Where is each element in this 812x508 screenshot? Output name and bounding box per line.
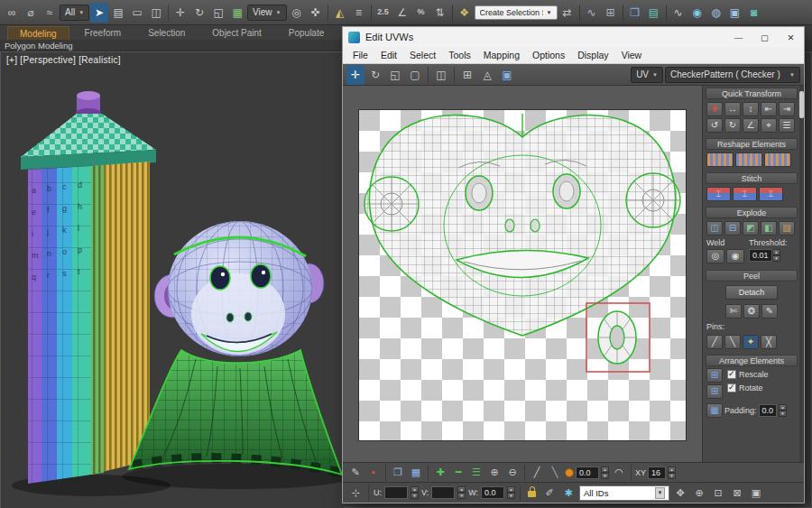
titlebar[interactable]: Edit UVWs — ▢ ✕ bbox=[343, 27, 804, 47]
menu-options[interactable]: Options bbox=[526, 50, 571, 60]
zoom-region-icon[interactable]: ⊡ bbox=[710, 485, 726, 501]
track-view-icon[interactable]: ∿ bbox=[583, 3, 601, 23]
padding-field[interactable]: 0.0 bbox=[759, 404, 778, 417]
zoom-selected-icon[interactable]: ▣ bbox=[748, 485, 764, 501]
freeform-gizmo-icon[interactable]: ▢ bbox=[406, 65, 424, 85]
rotate-90-ccw-icon[interactable]: ❐ bbox=[390, 465, 406, 481]
freeze-icon[interactable]: ✱ bbox=[560, 485, 577, 501]
move-tool-icon[interactable]: ✛ bbox=[346, 65, 364, 85]
v-spinner[interactable] bbox=[457, 486, 466, 499]
rescale-checkbox-row[interactable]: Rescale bbox=[727, 368, 769, 380]
schematic-view-icon[interactable]: ⊞ bbox=[602, 3, 620, 23]
paint-brush-size-icon[interactable]: ╲ bbox=[547, 465, 563, 481]
axis-xy-toggle[interactable]: XY bbox=[635, 468, 646, 477]
selection-filter-dropdown[interactable]: All bbox=[60, 5, 89, 21]
falloff-field[interactable]: 0.0 bbox=[576, 466, 599, 479]
flatten-by-material-icon[interactable]: ▨ bbox=[779, 221, 795, 236]
brush-falloff-curve-icon[interactable]: ◠ bbox=[611, 465, 627, 481]
viewport-label[interactable]: [+] [Perspective] [Realistic] bbox=[6, 55, 121, 65]
quick-peel-icon[interactable]: ✄ bbox=[725, 304, 742, 319]
rotate-checkbox[interactable] bbox=[727, 383, 736, 393]
distribute-icon[interactable]: ☰ bbox=[779, 118, 795, 133]
rotate-90-cw-icon[interactable]: ▦ bbox=[408, 465, 424, 481]
layer-explorer-icon[interactable]: ❐ bbox=[626, 3, 644, 23]
pin-tool-icon[interactable]: ╱ bbox=[706, 335, 723, 349]
lock-selection-icon[interactable] bbox=[528, 491, 536, 497]
ribbon-tab-object-paint[interactable]: Object Paint bbox=[200, 26, 272, 40]
weld-selected-icon[interactable]: ◎ bbox=[706, 249, 724, 263]
select-and-rotate-icon[interactable]: ↻ bbox=[190, 3, 208, 23]
uv-canvas[interactable] bbox=[359, 110, 686, 440]
render-setup-icon[interactable]: ◍ bbox=[707, 3, 725, 23]
falloff-type-icon[interactable]: ☰ bbox=[468, 465, 484, 481]
toggle-ribbon-icon[interactable]: ▤ bbox=[645, 3, 663, 23]
reference-coordinate-dropdown[interactable]: View bbox=[247, 5, 286, 21]
menu-view[interactable]: View bbox=[615, 50, 649, 60]
peel-mode-icon[interactable]: ❂ bbox=[743, 304, 760, 319]
pack-together-icon[interactable]: ⊞ bbox=[706, 384, 723, 399]
panel-scrollbar[interactable] bbox=[799, 86, 804, 462]
stitch-to-source-icon[interactable]: ⌶ bbox=[759, 187, 783, 201]
rescale-checkbox[interactable] bbox=[727, 370, 736, 379]
move-horizontal-icon[interactable]: ✚ bbox=[706, 102, 723, 116]
relax-tool-icon[interactable] bbox=[706, 152, 734, 167]
u-field[interactable] bbox=[384, 486, 408, 499]
falloff-spinner[interactable] bbox=[601, 466, 609, 479]
rendered-frame-icon[interactable]: ▣ bbox=[726, 3, 744, 23]
rotate-tool-icon[interactable]: ↻ bbox=[366, 65, 384, 85]
threshold-spinner[interactable] bbox=[772, 249, 780, 262]
stitch-to-target-icon[interactable]: ⌶ bbox=[733, 187, 757, 201]
align-horizontal-icon[interactable]: ↔ bbox=[724, 102, 741, 116]
u-spinner[interactable] bbox=[411, 486, 419, 499]
align-vertical-icon[interactable]: ↕ bbox=[743, 102, 759, 116]
minimize-button[interactable]: — bbox=[725, 28, 752, 47]
paint-soft-selection-icon[interactable]: ╱ bbox=[529, 465, 545, 481]
pin-moved-vertices-icon[interactable]: ✦ bbox=[743, 335, 759, 349]
detach-edge-verts-icon[interactable]: ⊟ bbox=[724, 221, 741, 236]
edit-named-selection-sets-icon[interactable]: ❖ bbox=[456, 3, 474, 23]
mirror-icon[interactable]: ◭ bbox=[331, 3, 349, 23]
menu-mapping[interactable]: Mapping bbox=[477, 50, 526, 60]
select-and-move-icon[interactable]: ✛ bbox=[171, 3, 189, 23]
grid-size-spinner[interactable] bbox=[668, 466, 676, 479]
soft-selection-icon[interactable]: ✚ bbox=[432, 465, 448, 481]
rotate-cw-icon[interactable]: ↻ bbox=[724, 118, 741, 133]
menu-tools[interactable]: Tools bbox=[442, 50, 477, 60]
explode-header[interactable]: Explode bbox=[706, 207, 798, 218]
edit-vertex-color-icon[interactable]: ✎ bbox=[347, 465, 364, 481]
align-icon[interactable]: ≡ bbox=[350, 3, 368, 23]
ribbon-tab-modeling[interactable]: Modeling bbox=[7, 26, 69, 40]
shrink-selection-icon[interactable]: ⊖ bbox=[504, 465, 521, 481]
grid-size-field[interactable]: 16 bbox=[648, 466, 666, 479]
uv-channel-dropdown[interactable]: UV bbox=[631, 67, 663, 83]
spinner-snap-icon[interactable]: ⇅ bbox=[431, 3, 449, 23]
pack-normalize-icon[interactable]: ⊞ bbox=[706, 368, 723, 383]
pack-full-icon[interactable]: ▦ bbox=[706, 403, 723, 418]
pick-pixel-icon[interactable]: ✐ bbox=[541, 485, 558, 501]
material-id-dropdown[interactable]: All IDs bbox=[579, 485, 669, 501]
padding-spinner[interactable] bbox=[779, 404, 787, 417]
zoom-icon[interactable]: ⊕ bbox=[691, 485, 707, 501]
uv-island-small[interactable] bbox=[598, 311, 636, 364]
peel-header[interactable]: Peel bbox=[706, 270, 798, 282]
threshold-field[interactable]: 0.01 bbox=[749, 249, 772, 262]
texture-dropdown[interactable]: CheckerPattern ( Checker ) bbox=[665, 67, 800, 83]
maximize-button[interactable]: ▢ bbox=[752, 28, 778, 47]
show-map-icon[interactable]: ▣ bbox=[498, 65, 516, 85]
render-production-icon[interactable]: ◙ bbox=[745, 3, 763, 23]
absolute-typein-icon[interactable]: ⊹ bbox=[347, 485, 364, 501]
weld-target-icon[interactable]: ◉ bbox=[726, 249, 744, 263]
menu-edit[interactable]: Edit bbox=[374, 50, 403, 60]
grow-selection-icon[interactable]: ⊕ bbox=[486, 465, 503, 481]
select-and-scale-icon[interactable]: ◱ bbox=[209, 3, 227, 23]
selection-color-swatch-icon[interactable]: ▪ bbox=[365, 465, 382, 481]
center-pivot-icon[interactable]: ⌖ bbox=[761, 118, 777, 133]
scale-tool-icon[interactable]: ◱ bbox=[386, 65, 404, 85]
stitch-header[interactable]: Stitch bbox=[706, 172, 798, 184]
angle-snap-icon[interactable]: ∠ bbox=[393, 3, 411, 23]
detach-button[interactable]: Detach bbox=[725, 285, 779, 300]
percent-snap-icon[interactable]: % bbox=[412, 3, 430, 23]
rotate-checkbox-row[interactable]: Rotate bbox=[727, 382, 769, 393]
unpin-all-icon[interactable]: ╳ bbox=[761, 335, 777, 349]
menu-file[interactable]: File bbox=[346, 50, 374, 60]
